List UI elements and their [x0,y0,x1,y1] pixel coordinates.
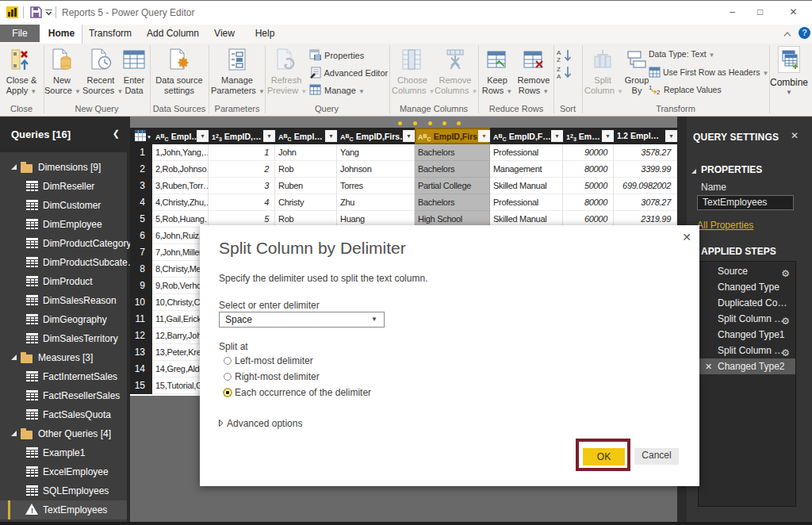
svg-text:Z: Z [557,56,561,63]
svg-text:Z: Z [557,66,561,73]
svg-text:2: 2 [657,89,661,95]
svg-text:A: A [557,73,561,79]
svg-text:A: A [557,49,561,56]
